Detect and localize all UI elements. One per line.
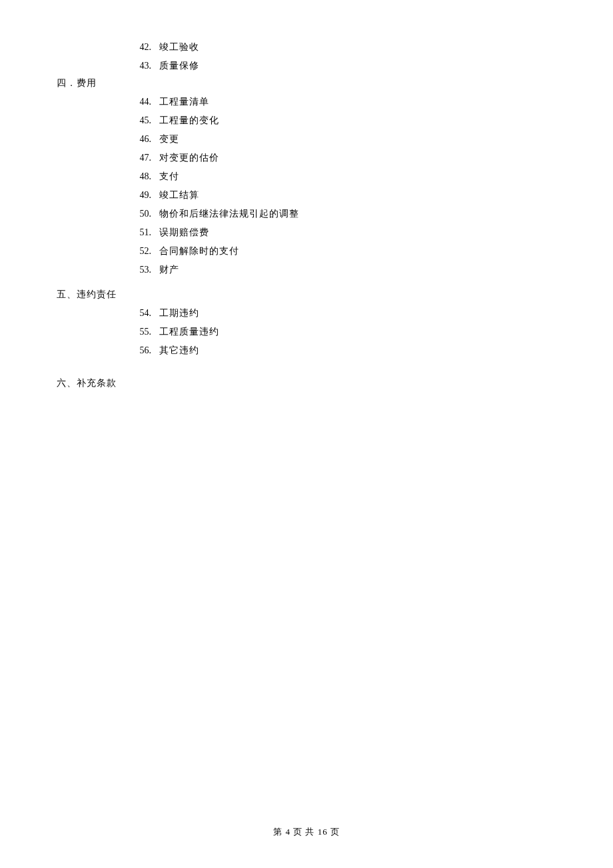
list-item: 50. 物价和后继法律法规引起的调整 <box>57 207 556 221</box>
item-number: 55. <box>130 325 151 339</box>
item-number: 56. <box>130 343 151 357</box>
item-text: 对变更的估价 <box>159 151 219 165</box>
item-text: 工程质量违约 <box>159 325 219 339</box>
item-text: 物价和后继法律法规引起的调整 <box>159 207 299 221</box>
item-text: 工期违约 <box>159 306 199 320</box>
page-footer: 第 4 页 共 16 页 <box>0 826 613 838</box>
item-number: 47. <box>130 151 151 165</box>
item-number: 48. <box>130 169 151 183</box>
list-item: 55. 工程质量违约 <box>57 325 556 339</box>
list-item: 56. 其它违约 <box>57 343 556 357</box>
item-text: 工程量清单 <box>159 95 209 109</box>
item-number: 52. <box>130 244 151 258</box>
item-text: 合同解除时的支付 <box>159 244 239 258</box>
list-item: 42. 竣工验收 <box>57 40 556 54</box>
item-number: 50. <box>130 207 151 221</box>
list-item: 43. 质量保修 <box>57 59 556 73</box>
item-number: 43. <box>130 59 151 73</box>
list-item: 46. 变更 <box>57 132 556 146</box>
list-item: 45. 工程量的变化 <box>57 113 556 127</box>
list-item: 54. 工期违约 <box>57 306 556 320</box>
item-text: 支付 <box>159 169 179 183</box>
item-text: 财产 <box>159 263 179 277</box>
page-content: 42. 竣工验收 43. 质量保修 四．费用 44. 工程量清单 45. 工程量… <box>0 0 613 389</box>
list-item: 52. 合同解除时的支付 <box>57 244 556 258</box>
section-heading-five: 五、违约责任 <box>57 289 556 301</box>
item-text: 其它违约 <box>159 343 199 357</box>
list-item: 44. 工程量清单 <box>57 95 556 109</box>
list-item: 47. 对变更的估价 <box>57 151 556 165</box>
item-number: 45. <box>130 113 151 127</box>
item-text: 变更 <box>159 132 179 146</box>
item-number: 51. <box>130 225 151 239</box>
list-item: 53. 财产 <box>57 263 556 277</box>
item-text: 竣工验收 <box>159 40 199 54</box>
item-text: 质量保修 <box>159 59 199 73</box>
item-number: 44. <box>130 95 151 109</box>
list-item: 49. 竣工结算 <box>57 188 556 202</box>
item-number: 53. <box>130 263 151 277</box>
list-item: 48. 支付 <box>57 169 556 183</box>
item-text: 误期赔偿费 <box>159 225 209 239</box>
section-heading-four: 四．费用 <box>57 77 556 89</box>
item-text: 工程量的变化 <box>159 113 219 127</box>
item-number: 49. <box>130 188 151 202</box>
item-number: 42. <box>130 40 151 54</box>
list-item: 51. 误期赔偿费 <box>57 225 556 239</box>
section-heading-six: 六、补充条款 <box>57 377 556 389</box>
item-number: 54. <box>130 306 151 320</box>
item-text: 竣工结算 <box>159 188 199 202</box>
item-number: 46. <box>130 132 151 146</box>
